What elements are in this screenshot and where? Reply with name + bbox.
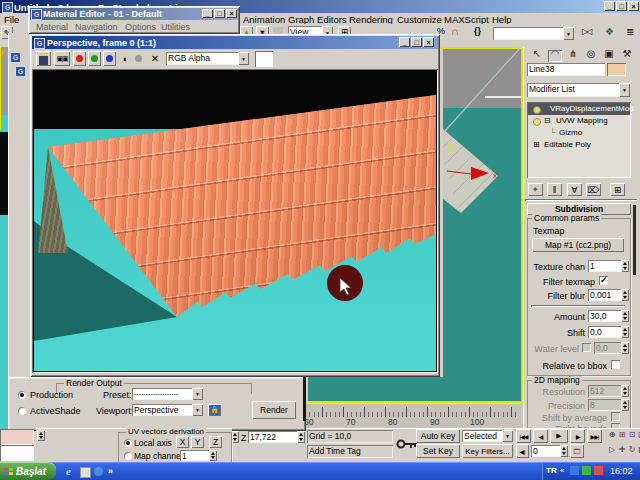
activeshade-radio[interactable]: [18, 407, 26, 415]
tray-language[interactable]: TR: [546, 466, 557, 475]
map-channel-field[interactable]: 1: [180, 450, 210, 461]
zoom-extents-icon[interactable]: ⊡: [628, 431, 636, 439]
collapse-icon[interactable]: ⊟: [544, 117, 551, 126]
align-icon[interactable]: ❖: [605, 26, 614, 37]
play-icon[interactable]: ▶: [550, 429, 568, 443]
prev-frame-icon[interactable]: ◀|: [533, 429, 548, 443]
clear-image-icon[interactable]: ✕: [148, 51, 162, 66]
axis-y-button[interactable]: Y: [191, 436, 204, 448]
maximize-icon[interactable]: □: [214, 9, 225, 18]
y-spinner-fragment[interactable]: [231, 431, 239, 443]
auto-key-button[interactable]: Auto Key: [416, 429, 460, 443]
production-radio[interactable]: [18, 391, 26, 399]
panel-scrollbar[interactable]: [633, 205, 636, 275]
quicklaunch-mail-icon[interactable]: [80, 467, 91, 478]
me-sample-swatch-white[interactable]: [0, 445, 34, 461]
tray-messenger-icon[interactable]: [570, 466, 579, 475]
frame-spinner[interactable]: [560, 445, 568, 457]
quicklaunch-more-icon[interactable]: »: [108, 466, 113, 476]
next-frame-icon[interactable]: |▶: [570, 429, 585, 443]
map-channel-spinner[interactable]: [209, 450, 217, 461]
tab-utilities-icon[interactable]: ⚒: [620, 50, 634, 62]
material-editor-titlebar[interactable]: G Material Editor - 01 - Default _ □ ×: [30, 8, 238, 20]
object-name-field[interactable]: Line38: [527, 63, 605, 76]
me-menu-options[interactable]: Options: [125, 22, 156, 32]
water-level-checkbox[interactable]: [582, 343, 591, 352]
alpha-channel-icon[interactable]: [132, 51, 145, 66]
preset-arrow-icon[interactable]: [192, 388, 203, 400]
maximize-icon[interactable]: □: [616, 1, 627, 11]
me-menu-material[interactable]: Material: [36, 22, 68, 32]
filter-blur-field[interactable]: 0,001: [588, 289, 622, 301]
tray-app-icon[interactable]: [594, 466, 603, 475]
quicklaunch-browser-icon[interactable]: [94, 467, 103, 476]
pan-icon[interactable]: ✛: [618, 446, 626, 454]
minimize-icon[interactable]: _: [202, 9, 213, 18]
zoom-all-icon[interactable]: ⊞: [618, 431, 626, 439]
snap-magnet-icon[interactable]: ∩: [451, 25, 459, 37]
modifier-list-arrow-icon[interactable]: [619, 83, 630, 97]
time-config-icon[interactable]: 🗔: [570, 444, 584, 458]
add-time-tag[interactable]: Add Time Tag: [307, 445, 393, 458]
framebuffer-titlebar[interactable]: G Perspective, frame 0 (1:1) _ □ ×: [32, 36, 438, 49]
axis-z-button[interactable]: Z: [209, 436, 222, 448]
mirror-icon[interactable]: ▷◁: [582, 27, 590, 36]
named-selection-arrow-icon[interactable]: [563, 27, 574, 40]
bulb-icon[interactable]: [533, 106, 541, 114]
show-end-result-button[interactable]: ‖: [547, 183, 562, 196]
minimize-icon[interactable]: _: [604, 1, 615, 11]
bulb-icon[interactable]: [533, 118, 541, 126]
clone-image-icon[interactable]: ▣▣: [54, 51, 70, 66]
render-button[interactable]: Render: [252, 401, 296, 419]
key-filter-arrow-icon[interactable]: [502, 430, 513, 442]
viewport-arrow-icon[interactable]: [192, 404, 203, 416]
amount-spinner[interactable]: [621, 310, 629, 322]
save-image-icon[interactable]: [36, 51, 51, 66]
relative-bbox-checkbox[interactable]: [611, 360, 620, 369]
start-button[interactable]: Başlat: [0, 462, 56, 480]
precision-spinner[interactable]: [621, 399, 629, 411]
zoom-icon[interactable]: ⊕: [608, 431, 616, 439]
go-to-end-icon[interactable]: ▶▶|: [587, 429, 602, 443]
me-menu-utilities[interactable]: Utilities: [161, 22, 190, 32]
arc-rotate-icon[interactable]: ↻: [628, 446, 636, 454]
green-channel-icon[interactable]: [88, 51, 101, 66]
me-sample-swatch-pink[interactable]: [0, 429, 34, 445]
red-channel-icon[interactable]: [73, 51, 86, 66]
resolution-spinner[interactable]: [621, 385, 629, 397]
close-icon[interactable]: ×: [423, 37, 434, 47]
blue-channel-icon[interactable]: [103, 51, 116, 66]
z-spinner[interactable]: [297, 431, 305, 443]
stack-row-editable-poly[interactable]: ⊞ Editable Poly: [528, 139, 630, 151]
maximize-icon[interactable]: □: [411, 37, 422, 47]
tab-hierarchy-icon[interactable]: ⋔: [566, 50, 580, 62]
tab-create-icon[interactable]: ↖: [530, 50, 544, 62]
z-field[interactable]: 17,722: [248, 431, 298, 443]
mono-channel-icon[interactable]: ◐: [119, 51, 132, 66]
me-menu-navigation[interactable]: Navigation: [75, 22, 118, 32]
modifier-list-dropdown[interactable]: Modifier List: [527, 83, 621, 97]
pin-stack-button[interactable]: ⌖: [528, 183, 543, 196]
key-filters-button[interactable]: Key Filters...: [462, 444, 513, 458]
viewport-lock-button[interactable]: 🔒: [208, 404, 221, 416]
layers-icon[interactable]: ≣: [626, 26, 634, 37]
texmap-map-button[interactable]: Map #1 (cc2.png): [532, 238, 624, 252]
tray-collapse-icon[interactable]: «: [560, 466, 564, 475]
kbd-override-icon[interactable]: {}: [474, 26, 481, 36]
fov-icon[interactable]: ▷: [608, 446, 616, 454]
texture-chan-field[interactable]: 1: [588, 260, 622, 272]
uv-spinner-fragment[interactable]: [37, 430, 45, 441]
texture-chan-spinner[interactable]: [621, 260, 629, 272]
channel-arrow-icon[interactable]: [238, 52, 249, 65]
tray-status-icon[interactable]: [582, 466, 591, 475]
stack-row-gizmo[interactable]: └ Gizmo: [528, 127, 630, 139]
local-axis-radio[interactable]: [124, 439, 132, 447]
configure-sets-button[interactable]: ⊞: [610, 183, 625, 196]
tab-display-icon[interactable]: ▣: [602, 50, 616, 62]
lock-selection-key-icon[interactable]: [396, 436, 418, 452]
key-mode-icon[interactable]: ◀|: [516, 444, 529, 458]
remove-modifier-button[interactable]: ⌦: [586, 183, 601, 196]
close-icon[interactable]: ×: [628, 1, 639, 11]
object-color-swatch[interactable]: [607, 63, 626, 76]
expand-icon[interactable]: ⊞: [533, 141, 540, 150]
